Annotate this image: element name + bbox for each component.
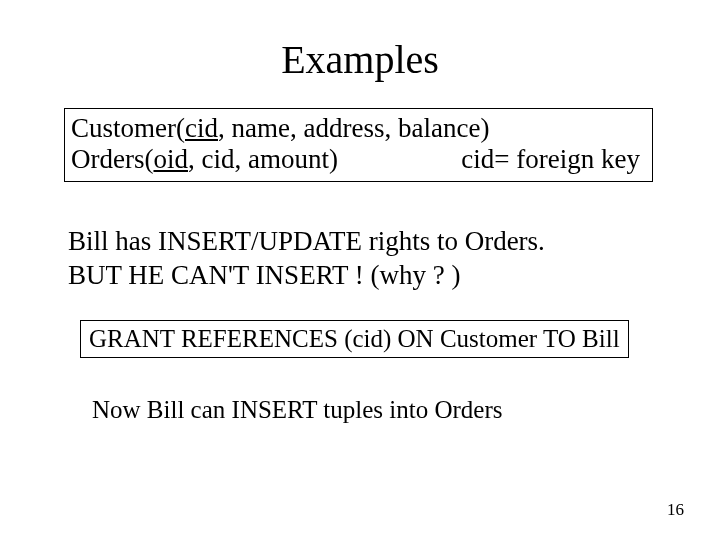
primary-key: cid bbox=[185, 113, 218, 143]
primary-key: oid bbox=[153, 144, 188, 174]
page-number: 16 bbox=[667, 500, 684, 520]
schema-line-orders: Orders(oid, cid, amount) cid= foreign ke… bbox=[71, 144, 646, 175]
explanation-paragraph: Bill has INSERT/UPDATE rights to Orders.… bbox=[68, 225, 545, 293]
conclusion-text: Now Bill can INSERT tuples into Orders bbox=[92, 396, 503, 424]
schema-box: Customer(cid, name, address, balance) Or… bbox=[64, 108, 653, 182]
schema-line-customer: Customer(cid, name, address, balance) bbox=[71, 113, 646, 144]
text-fragment: , cid, amount) bbox=[188, 144, 338, 174]
schema-text: Customer(cid, name, address, balance) bbox=[71, 113, 489, 144]
slide: Examples Customer(cid, name, address, ba… bbox=[0, 0, 720, 540]
text-fragment: , name, address, balance) bbox=[218, 113, 489, 143]
slide-title: Examples bbox=[0, 36, 720, 83]
schema-text: Orders(oid, cid, amount) bbox=[71, 144, 338, 175]
grant-statement-box: GRANT REFERENCES (cid) ON Customer TO Bi… bbox=[80, 320, 629, 358]
text-fragment: Orders( bbox=[71, 144, 153, 174]
grant-statement: GRANT REFERENCES (cid) ON Customer TO Bi… bbox=[89, 325, 620, 352]
text-line: Bill has INSERT/UPDATE rights to Orders. bbox=[68, 225, 545, 259]
text-line: BUT HE CAN'T INSERT ! (why ? ) bbox=[68, 259, 545, 293]
text-fragment: Customer( bbox=[71, 113, 185, 143]
foreign-key-note: cid= foreign key bbox=[461, 144, 646, 175]
